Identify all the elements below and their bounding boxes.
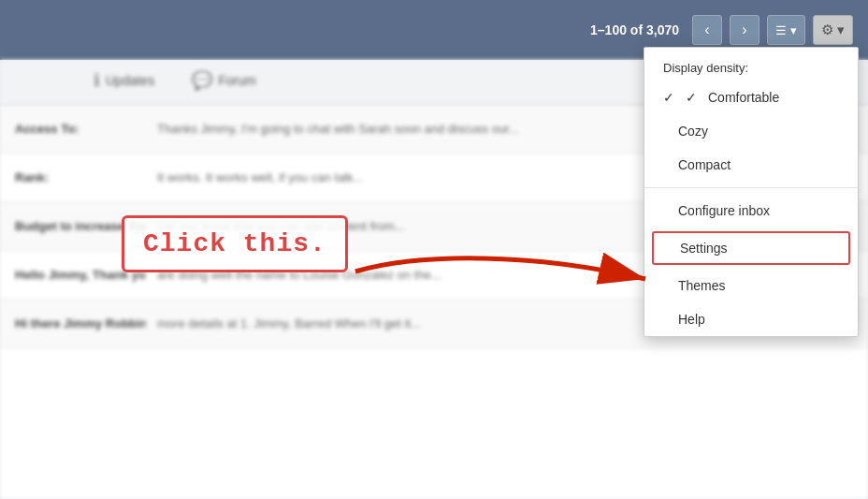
tab-forum[interactable]: 💬 Forum <box>173 60 274 104</box>
configure-inbox-label: Configure inbox <box>678 203 770 218</box>
settings-item[interactable]: Settings <box>652 231 850 265</box>
next-button[interactable]: › <box>730 15 760 45</box>
gear-dropdown-arrow: ▾ <box>837 22 845 38</box>
forum-icon: 💬 <box>192 70 212 91</box>
settings-label: Settings <box>680 241 728 256</box>
divider-1 <box>644 187 858 188</box>
density-dropdown-arrow: ▾ <box>790 23 797 37</box>
density-button[interactable]: ☰ ▾ <box>767 15 805 45</box>
email-sender: Hi there Jimmy Robbin: <box>15 316 146 330</box>
density-cozy[interactable]: Cozy <box>644 114 858 148</box>
configure-inbox-item[interactable]: Configure inbox <box>644 194 858 227</box>
checkmark-icon: ✓ <box>686 90 701 105</box>
compact-label: Compact <box>678 157 731 172</box>
click-text-box: Click this. <box>122 215 348 272</box>
tab-updates[interactable]: ℹ Updates <box>75 60 173 104</box>
prev-button[interactable]: ‹ <box>692 15 722 45</box>
density-section-label: Display density: <box>644 48 858 81</box>
density-compact[interactable]: Compact <box>644 148 858 182</box>
dropdown-menu: Display density: ✓ Comfortable Cozy Comp… <box>644 47 859 337</box>
tab-forum-label: Forum <box>218 73 255 88</box>
email-sender: Rank: <box>15 170 146 184</box>
help-label: Help <box>678 312 705 327</box>
density-comfortable[interactable]: ✓ Comfortable <box>644 81 858 114</box>
themes-item[interactable]: Themes <box>644 269 858 302</box>
help-item[interactable]: Help <box>644 302 858 336</box>
tab-updates-label: Updates <box>106 73 154 88</box>
comfortable-label: Comfortable <box>708 90 779 105</box>
click-annotation: Click this. <box>122 215 348 272</box>
email-sender: Access To: <box>15 122 146 136</box>
pagination-info: 1–100 of 3,070 <box>590 22 679 37</box>
arrow-annotation <box>346 243 664 318</box>
density-icon: ☰ <box>775 23 787 37</box>
cozy-label: Cozy <box>678 124 708 139</box>
gear-icon: ⚙ <box>821 22 833 38</box>
themes-label: Themes <box>678 278 726 293</box>
gear-button[interactable]: ⚙ ▾ <box>813 15 853 45</box>
updates-icon: ℹ <box>94 70 100 91</box>
